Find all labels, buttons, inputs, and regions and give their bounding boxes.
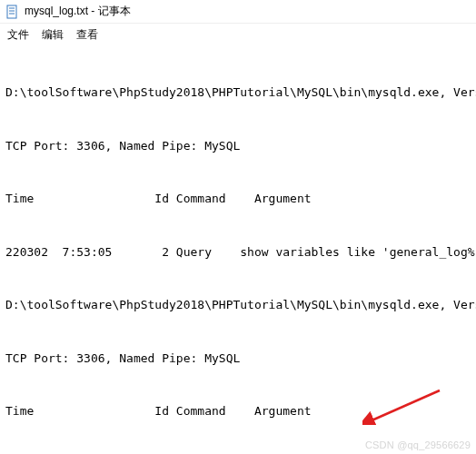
menu-view[interactable]: 查看 [76,27,98,43]
log-line: Time Id Command Argument [5,190,471,208]
log-line: TCP Port: 3306, Named Pipe: MySQL [5,137,471,155]
window-title: mysql_log.txt - 记事本 [25,4,131,19]
text-content[interactable]: D:\toolSoftware\PhpStudy2018\PHPTutorial… [0,48,476,454]
log-line: 220302 7:53:05 2 Query show variables li… [5,243,471,262]
notepad-icon [5,5,20,19]
svg-rect-0 [7,5,16,18]
log-line: D:\toolSoftware\PhpStudy2018\PHPTutorial… [5,84,471,102]
watermark: CSDN @qq_29566629 [365,439,471,450]
log-line: Time Id Command Argument [5,402,471,420]
log-line: TCP Port: 3306, Named Pipe: MySQL [5,350,471,368]
menu-edit[interactable]: 编辑 [42,27,64,43]
menu-file[interactable]: 文件 [7,27,29,43]
menubar: 文件 编辑 查看 [0,24,476,48]
window-titlebar: mysql_log.txt - 记事本 [0,0,476,24]
log-line: D:\toolSoftware\PhpStudy2018\PHPTutorial… [5,296,471,314]
